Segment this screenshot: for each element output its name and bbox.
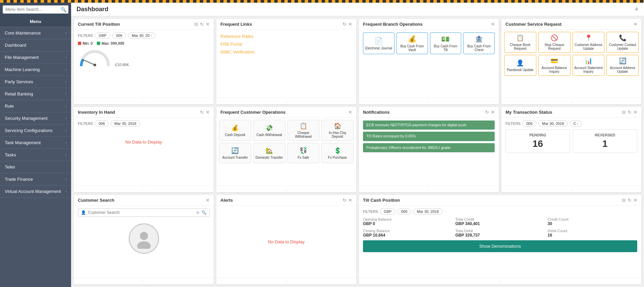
sidebar-item-dashboard[interactable]: Dashboard	[0, 39, 71, 51]
close-icon-notif[interactable]: ✕	[491, 110, 495, 115]
fco-item[interactable]: 🏠In-Hse Chq Deposit	[321, 120, 353, 141]
svg-point-1	[93, 64, 96, 66]
close-icon-txn[interactable]: ✕	[634, 110, 637, 115]
sidebar-item-label: Security Management	[5, 116, 47, 121]
filter-branch-till[interactable]: 006	[112, 32, 126, 39]
widget-footer-till: ...	[74, 97, 214, 104]
closing-balance-label: Closing Balance	[363, 229, 453, 233]
csr-item[interactable]: 📞Customer Contact Update	[606, 32, 639, 53]
menu-title: Menu	[0, 16, 71, 27]
filter-date-txn[interactable]: Mar 30, 2018	[538, 120, 568, 127]
branch-ops-item[interactable]: 🏦Buy Cash From Chest	[463, 32, 495, 54]
sidebar-item-tasks[interactable]: Tasks›	[0, 149, 71, 161]
chevron-right-icon: ›	[65, 177, 66, 181]
filter-icon-txn[interactable]: ⊟	[622, 110, 626, 115]
fco-icon: 📋	[300, 122, 307, 130]
frequent-link-item[interactable]: Reference Rates	[220, 32, 352, 40]
widget-inventory: Inventory In Hand ↻ ✕ FILTERS 006 Mar 30…	[74, 107, 214, 192]
filter-type-txn[interactable]: C ›	[570, 120, 582, 127]
clear-icon-cs[interactable]: ⊗	[196, 210, 199, 215]
csr-item[interactable]: 💳Account Balance Inquiry	[538, 55, 571, 76]
filter-currency-tcp[interactable]: GBP	[380, 208, 395, 215]
filter-date-till[interactable]: Mar 30, 20 ›	[128, 32, 155, 39]
customer-avatar-container	[78, 217, 210, 261]
fco-item[interactable]: 🔄Account Transfer	[219, 143, 251, 163]
refresh-icon-txn[interactable]: ↻	[628, 110, 631, 115]
branch-ops-item[interactable]: 📄Electronic Journal	[363, 32, 394, 54]
widget-footer-alerts: ...	[216, 278, 356, 284]
show-denominations-button[interactable]: Show Denominations	[363, 240, 637, 252]
close-icon-fco[interactable]: ✕	[348, 110, 352, 115]
filter-date-tcp[interactable]: Mar 30, 2018	[413, 208, 443, 215]
sidebar-item-party-services[interactable]: Party Services›	[0, 76, 71, 88]
debit-count-value: 16	[548, 233, 637, 238]
filter-currency-till[interactable]: GBP	[95, 32, 110, 39]
close-icon-cs[interactable]: ✕	[206, 198, 210, 203]
fco-label: Cheque Withdrawal	[289, 131, 318, 138]
filter-branch-tcp[interactable]: 006	[398, 208, 411, 215]
filter-branch-inv[interactable]: 006	[95, 120, 108, 127]
frequent-link-item[interactable]: NIMC Verification	[220, 48, 352, 56]
csr-icon: 📊	[585, 57, 592, 65]
widget-footer-inv: ...	[74, 185, 214, 192]
csr-item[interactable]: 🚫Stop Cheque Request	[538, 32, 571, 53]
csr-item[interactable]: 🔄Account Address Update	[606, 55, 639, 76]
filter-branch-txn[interactable]: 006	[522, 120, 536, 127]
widget-title-frequent-links: Frequent Links	[220, 22, 252, 27]
refresh-icon-inv[interactable]: ↻	[200, 110, 204, 115]
csr-item[interactable]: 📍Customer Address Update	[573, 32, 605, 53]
sidebar-item-label: Task Management	[5, 140, 41, 145]
widget-frequent-branch-ops: Frequent Branch Operations ✕ 📄Electronic…	[359, 19, 499, 104]
fco-item[interactable]: 🏡Domestic Transfer	[253, 143, 285, 163]
sidebar-item-file-management[interactable]: File Management›	[0, 51, 71, 64]
sidebar-item-rule[interactable]: Rule›	[0, 100, 71, 112]
fco-item[interactable]: 💱Fx Sale	[287, 143, 320, 163]
sidebar-item-core-maintenance[interactable]: Core Maintenance›	[0, 27, 71, 39]
customer-search-input[interactable]	[88, 210, 194, 215]
add-widget-button[interactable]: +	[635, 5, 639, 13]
fco-item[interactable]: 💲Fx Purchase	[321, 143, 353, 163]
sidebar-item-machine-learning[interactable]: Machine Learning›	[0, 64, 71, 76]
csr-label: Account Balance Inquiry	[540, 66, 569, 73]
fco-item[interactable]: 💸Cash Withdrawal	[253, 120, 285, 141]
total-credit-label: Total Credit	[455, 217, 545, 221]
sidebar-item-task-management[interactable]: Task Management›	[0, 137, 71, 149]
close-icon-inv[interactable]: ✕	[206, 110, 210, 115]
close-icon-tcp[interactable]: ✕	[634, 198, 637, 203]
search-icon-cs[interactable]: 🔍	[201, 210, 207, 215]
csr-item[interactable]: 📊Account Statement Inquiry	[573, 55, 605, 76]
branch-ops-item[interactable]: 💵Buy Cash From Till	[430, 32, 461, 54]
csr-icon: 💳	[551, 57, 558, 65]
sidebar-item-teller[interactable]: Teller	[0, 161, 71, 173]
close-icon-csr[interactable]: ✕	[634, 22, 637, 27]
csr-item[interactable]: 👤Passbook Update	[504, 55, 536, 76]
refresh-icon-notif[interactable]: ↻	[485, 110, 489, 115]
csr-icon: 👤	[516, 59, 524, 67]
sidebar-item-servicing-configurations[interactable]: Servicing Configurations›	[0, 125, 71, 137]
sidebar-item-virtual-account-management[interactable]: Virtual Account Management›	[0, 185, 71, 198]
refresh-icon[interactable]: ↻	[200, 22, 204, 27]
search-icon[interactable]: 🔍	[61, 7, 66, 12]
total-credit-cell: Total Credit GBP 340,401	[455, 217, 545, 226]
filter-date-inv[interactable]: Mar 30, 2018	[111, 120, 140, 127]
csr-item[interactable]: 📋Cheque Book Request	[504, 32, 536, 53]
search-input[interactable]	[3, 5, 68, 14]
filter-icon-tcp[interactable]: ⊟	[622, 198, 626, 203]
sidebar-item-trade-finance[interactable]: Trade Finance›	[0, 173, 71, 185]
close-icon[interactable]: ✕	[206, 22, 210, 27]
close-icon-fbo[interactable]: ✕	[491, 22, 495, 27]
close-icon-alerts[interactable]: ✕	[348, 198, 352, 203]
refresh-icon-alerts[interactable]: ↻	[343, 198, 346, 203]
refresh-icon-tcp[interactable]: ↻	[628, 198, 631, 203]
fco-label: Account Transfer	[222, 156, 248, 159]
close-icon-fl[interactable]: ✕	[348, 22, 352, 27]
branch-ops-item[interactable]: 💰Buy Cash From Vault	[396, 32, 428, 54]
fco-item[interactable]: 📋Cheque Withdrawal	[287, 120, 320, 141]
filter-icon[interactable]: ⊟	[194, 22, 198, 27]
refresh-icon-fl[interactable]: ↻	[343, 22, 346, 27]
fco-item[interactable]: 💰Cash Deposit	[219, 120, 251, 141]
sidebar-item-retail-banking[interactable]: Retail Banking›	[0, 88, 71, 100]
frequent-link-item[interactable]: FRB Portal	[220, 40, 352, 48]
sidebar-item-security-management[interactable]: Security Management›	[0, 112, 71, 125]
reversed-value: 1	[577, 138, 634, 149]
